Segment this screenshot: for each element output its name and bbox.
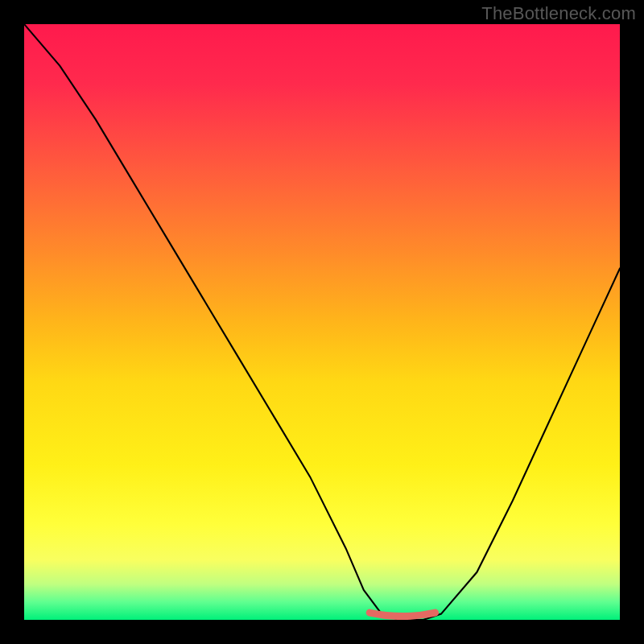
- curve-svg: [24, 24, 620, 620]
- plot-area: [24, 24, 620, 620]
- chart-frame: TheBottleneck.com: [0, 0, 644, 644]
- minimum-marker-path: [369, 613, 435, 617]
- watermark-label: TheBottleneck.com: [481, 3, 636, 24]
- bottleneck-curve-path: [24, 24, 620, 620]
